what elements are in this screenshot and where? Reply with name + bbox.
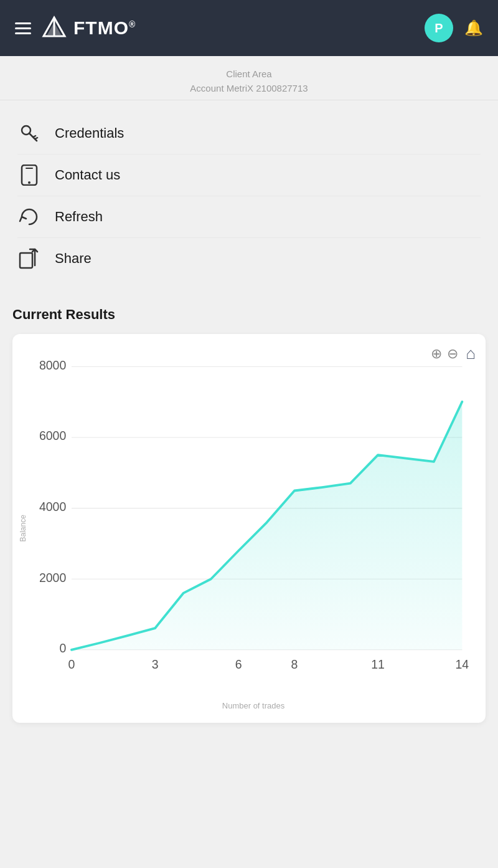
- account-info: Account MetriX 2100827713: [0, 83, 498, 93]
- svg-text:0: 0: [59, 641, 66, 655]
- results-title: Current Results: [12, 307, 486, 323]
- svg-marker-21: [72, 402, 462, 650]
- refresh-icon: [17, 205, 41, 229]
- menu-item-contact-us[interactable]: Contact us: [17, 155, 481, 196]
- client-area-label: Client Area: [0, 69, 498, 79]
- zoom-out-button[interactable]: ⊖: [447, 347, 458, 361]
- svg-text:11: 11: [371, 657, 385, 671]
- svg-line-5: [33, 136, 35, 137]
- share-label: Share: [55, 250, 92, 267]
- chart-wrapper: Balance 8000 6000 4000: [17, 346, 476, 710]
- subheader: Client Area Account MetriX 2100827713: [0, 56, 498, 100]
- balance-chart: 8000 6000 4000 2000 0: [31, 346, 476, 697]
- contact-us-label: Contact us: [55, 167, 120, 183]
- bell-icon[interactable]: 🔔: [464, 19, 483, 37]
- svg-text:0: 0: [68, 657, 75, 671]
- svg-rect-10: [20, 253, 32, 268]
- zoom-in-button[interactable]: ⊕: [431, 347, 442, 361]
- svg-text:2000: 2000: [39, 571, 66, 584]
- home-button[interactable]: ⌂: [466, 344, 476, 363]
- credentials-label: Credentials: [55, 125, 124, 141]
- svg-text:3: 3: [152, 657, 159, 671]
- share-icon: [17, 247, 41, 270]
- ftmo-logo-icon: [41, 15, 67, 41]
- phone-icon: [17, 163, 41, 187]
- header-right: P 🔔: [425, 14, 483, 42]
- menu-section: Credentials Contact us Refresh: [0, 100, 498, 292]
- menu-item-refresh[interactable]: Refresh: [17, 196, 481, 238]
- user-avatar[interactable]: P: [425, 14, 453, 42]
- hamburger-menu-button[interactable]: [15, 22, 31, 34]
- chart-inner: 8000 6000 4000 2000 0: [31, 346, 476, 710]
- svg-text:8: 8: [291, 657, 298, 671]
- results-section: Current Results ⊕ ⊖ ⌂ Balance: [0, 292, 498, 735]
- app-header: FTMO® P 🔔: [0, 0, 498, 56]
- menu-item-share[interactable]: Share: [17, 238, 481, 279]
- svg-text:4000: 4000: [39, 500, 66, 513]
- ftmo-logo: FTMO®: [41, 15, 136, 41]
- svg-point-9: [28, 181, 31, 184]
- key-icon: [17, 122, 41, 145]
- svg-line-6: [35, 138, 37, 139]
- y-axis-label: Balance: [17, 346, 29, 710]
- svg-text:6: 6: [235, 657, 242, 671]
- menu-item-credentials[interactable]: Credentials: [17, 113, 481, 155]
- chart-controls: ⊕ ⊖ ⌂: [431, 344, 476, 363]
- svg-text:14: 14: [456, 657, 469, 671]
- logo-text: FTMO®: [73, 17, 136, 39]
- refresh-label: Refresh: [55, 209, 103, 225]
- svg-text:6000: 6000: [39, 429, 66, 442]
- svg-text:8000: 8000: [39, 358, 66, 372]
- chart-container: ⊕ ⊖ ⌂ Balance: [12, 334, 486, 723]
- header-left: FTMO®: [15, 15, 136, 41]
- x-axis-title: Number of trades: [31, 701, 476, 710]
